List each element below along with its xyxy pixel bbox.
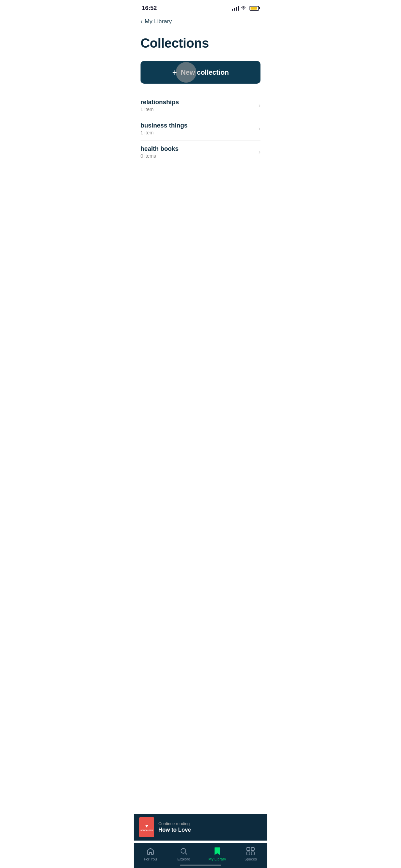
back-nav[interactable]: ‹ My Library (134, 14, 267, 29)
chevron-right-icon: › (258, 102, 260, 109)
collection-name: relationships (141, 99, 179, 106)
page-title: Collections (141, 36, 260, 51)
collections-list: relationships 1 item › business things 1… (134, 94, 267, 164)
chevron-right-icon: › (258, 148, 260, 156)
collection-info: business things 1 item (141, 122, 187, 135)
svg-point-0 (243, 10, 244, 10)
back-arrow-icon: ‹ (141, 18, 143, 25)
status-icons (232, 6, 259, 11)
collection-item-business[interactable]: business things 1 item › (141, 117, 260, 141)
collection-count: 1 item (141, 130, 187, 135)
battery-icon (250, 6, 259, 11)
ripple-effect (176, 62, 196, 83)
page-title-container: Collections (134, 29, 267, 61)
collection-count: 0 items (141, 153, 179, 159)
collection-name: business things (141, 122, 187, 129)
collection-name: health books (141, 145, 179, 153)
collection-count: 1 item (141, 107, 179, 112)
new-collection-button[interactable]: + New collection (141, 61, 260, 84)
collection-item-relationships[interactable]: relationships 1 item › (141, 94, 260, 117)
collection-info: health books 0 items (141, 145, 179, 159)
chevron-right-icon: › (258, 125, 260, 132)
back-label: My Library (145, 18, 172, 25)
collection-info: relationships 1 item (141, 99, 179, 112)
collection-item-health[interactable]: health books 0 items › (141, 141, 260, 164)
status-bar: 16:52 (134, 0, 267, 14)
signal-icon (232, 6, 239, 11)
wifi-icon (241, 6, 247, 11)
status-time: 16:52 (142, 5, 157, 12)
